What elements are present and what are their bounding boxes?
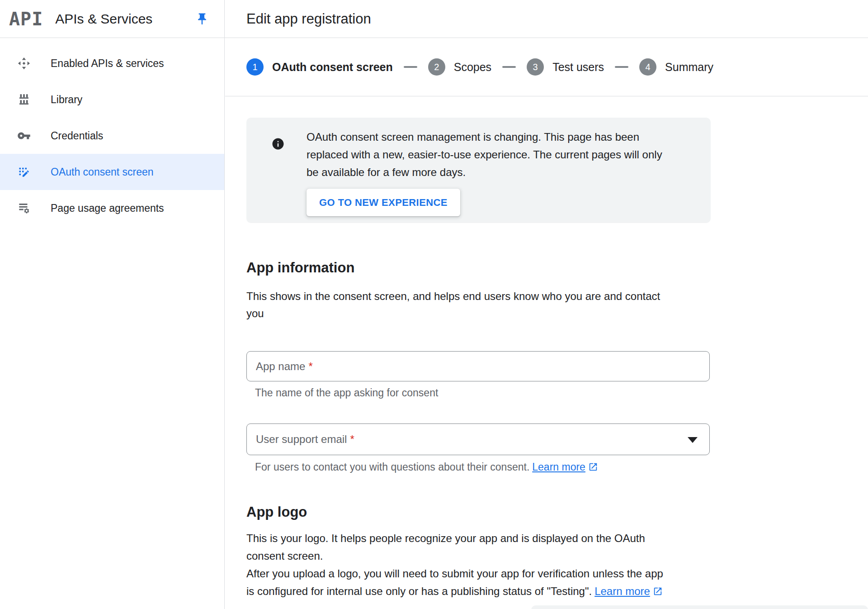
sidebar: API APIs & Services Enabled APIs & servi… xyxy=(0,0,225,609)
key-icon xyxy=(17,129,31,143)
sidebar-item-credentials[interactable]: Credentials xyxy=(0,118,224,154)
step-oauth-consent-screen[interactable]: 1 OAuth consent screen xyxy=(246,58,393,76)
step-number: 3 xyxy=(527,58,544,76)
step-connector xyxy=(615,66,628,68)
sidebar-item-label: Page usage agreements xyxy=(51,202,164,214)
step-label: Scopes xyxy=(454,61,491,74)
info-icon xyxy=(271,137,285,151)
api-arrows-icon xyxy=(17,57,31,70)
sidebar-item-page-usage-agreements[interactable]: Page usage agreements xyxy=(0,190,224,226)
registration-stepper: 1 OAuth consent screen 2 Scopes 3 Test u… xyxy=(246,38,713,96)
sidebar-item-label: Credentials xyxy=(51,130,103,142)
sidebar-header: API APIs & Services xyxy=(0,0,224,38)
bottom-panel-edge xyxy=(531,605,868,609)
support-email-learn-more-link[interactable]: Learn more xyxy=(532,461,598,473)
user-support-email-placeholder: User support email xyxy=(256,433,347,446)
step-test-users[interactable]: 3 Test users xyxy=(527,58,604,76)
user-support-email-helper: For users to contact you with questions … xyxy=(246,461,710,473)
app-logo-description: This is your logo. It helps people recog… xyxy=(246,529,710,600)
step-connector xyxy=(404,66,417,68)
app-information-heading: App information xyxy=(246,259,710,277)
step-label: OAuth consent screen xyxy=(272,61,393,74)
sidebar-item-label: Enabled APIs & services xyxy=(51,57,164,70)
user-support-email-field[interactable]: User support email * xyxy=(246,423,710,455)
notice-message: OAuth consent screen management is chang… xyxy=(307,128,704,181)
sidebar-item-enabled-apis-services[interactable]: Enabled APIs & services xyxy=(0,45,224,81)
pin-icon[interactable] xyxy=(195,12,209,26)
required-marker: * xyxy=(350,433,354,446)
page-title: Edit app registration xyxy=(246,0,371,38)
app-information-description: This shows in the consent screen, and he… xyxy=(246,288,710,322)
dropdown-caret-icon xyxy=(688,437,698,443)
sidebar-item-library[interactable]: Library xyxy=(0,81,224,118)
step-connector xyxy=(502,66,516,68)
header-divider xyxy=(0,38,868,38)
main-content: OAuth consent screen management is chang… xyxy=(246,118,710,600)
sidebar-item-oauth-consent-screen[interactable]: OAuth consent screen xyxy=(0,154,224,190)
step-number: 1 xyxy=(246,58,264,76)
step-summary[interactable]: 4 Summary xyxy=(639,58,713,76)
api-logo: API xyxy=(9,10,43,28)
step-scopes[interactable]: 2 Scopes xyxy=(428,58,491,76)
stepper-divider xyxy=(225,96,868,96)
app-name-field[interactable]: App name * xyxy=(246,351,710,381)
step-label: Summary xyxy=(665,61,713,74)
required-marker: * xyxy=(308,360,312,373)
step-number: 2 xyxy=(428,58,445,76)
go-to-new-experience-button[interactable]: GO TO NEW EXPERIENCE xyxy=(307,189,460,216)
consent-list-pencil-icon xyxy=(17,165,31,179)
step-number: 4 xyxy=(639,58,656,76)
step-label: Test users xyxy=(552,61,604,74)
product-name: APIs & Services xyxy=(55,11,152,27)
app-logo-learn-more-link[interactable]: Learn more xyxy=(594,585,663,597)
app-name-placeholder: App name xyxy=(256,360,305,373)
app-name-helper: The name of the app asking for consent xyxy=(246,386,710,399)
library-icon xyxy=(17,93,31,106)
sidebar-item-label: OAuth consent screen xyxy=(51,166,154,178)
notice-banner: OAuth consent screen management is chang… xyxy=(246,118,711,223)
app-logo-heading: App logo xyxy=(246,503,710,521)
sidebar-nav: Enabled APIs & services Library Credenti… xyxy=(0,45,224,226)
sidebar-item-label: Library xyxy=(51,94,82,106)
list-gear-icon xyxy=(17,201,31,215)
